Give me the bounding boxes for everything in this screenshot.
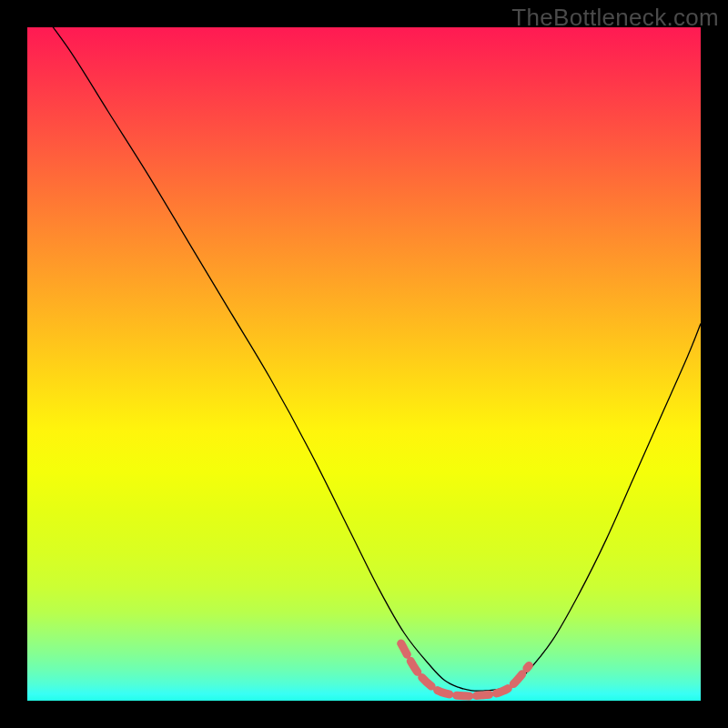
plot-area [27, 27, 701, 701]
chart-stage: TheBottleneck.com [0, 0, 728, 728]
series-curve [27, 27, 701, 691]
series-trough-marker [401, 643, 530, 696]
chart-svg [27, 27, 701, 701]
